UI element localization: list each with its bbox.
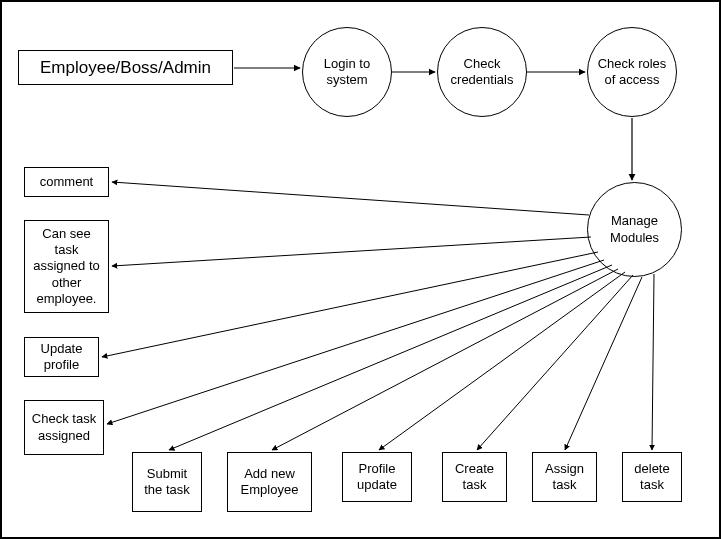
arrow-manage-updateprofile	[102, 252, 598, 357]
module-check-task-assigned: Check task assigned	[24, 400, 104, 455]
module-update-profile-label: Update profile	[31, 341, 92, 374]
arrow-manage-checktask	[107, 260, 604, 424]
module-create-task: Create task	[442, 452, 507, 502]
step-login: Login to system	[302, 27, 392, 117]
arrow-manage-profileupdate	[379, 272, 625, 450]
step-check-roles-label: Check roles of access	[594, 56, 670, 89]
module-create-task-label: Create task	[449, 461, 500, 494]
step-login-label: Login to system	[309, 56, 385, 89]
step-check-credentials: Check credentials	[437, 27, 527, 117]
arrow-manage-submit	[169, 265, 612, 450]
module-update-profile: Update profile	[24, 337, 99, 377]
module-comment: comment	[24, 167, 109, 197]
module-add-employee-label: Add new Employee	[234, 466, 305, 499]
step-check-roles: Check roles of access	[587, 27, 677, 117]
arrow-manage-addemp	[272, 269, 618, 450]
arrow-manage-assigntask	[565, 277, 642, 450]
module-profile-update-label: Profile update	[349, 461, 405, 494]
diagram-canvas: Employee/Boss/Admin Login to system Chec…	[0, 0, 721, 539]
module-submit-task-label: Submit the task	[139, 466, 195, 499]
step-manage-modules: Manage Modules	[587, 182, 682, 277]
arrow-manage-createtask	[477, 275, 633, 450]
arrow-manage-seetask	[112, 237, 591, 266]
arrow-manage-deletetask	[652, 274, 654, 450]
step-check-credentials-label: Check credentials	[444, 56, 520, 89]
module-profile-update: Profile update	[342, 452, 412, 502]
module-see-task-other-label: Can see task assigned to other employee.	[31, 226, 102, 307]
module-assign-task: Assign task	[532, 452, 597, 502]
module-comment-label: comment	[40, 174, 93, 190]
actor-label: Employee/Boss/Admin	[40, 57, 211, 78]
actor-box: Employee/Boss/Admin	[18, 50, 233, 85]
arrow-manage-comment	[112, 182, 589, 215]
module-add-employee: Add new Employee	[227, 452, 312, 512]
module-assign-task-label: Assign task	[539, 461, 590, 494]
module-delete-task-label: delete task	[629, 461, 675, 494]
module-delete-task: delete task	[622, 452, 682, 502]
step-manage-modules-label: Manage Modules	[594, 213, 675, 246]
module-check-task-assigned-label: Check task assigned	[31, 411, 97, 444]
module-submit-task: Submit the task	[132, 452, 202, 512]
module-see-task-other: Can see task assigned to other employee.	[24, 220, 109, 313]
